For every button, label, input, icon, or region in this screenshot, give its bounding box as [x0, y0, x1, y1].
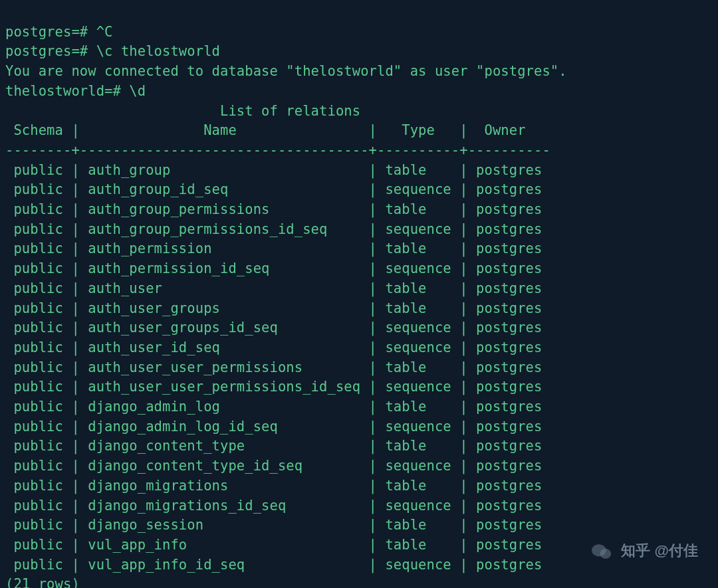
command-describe: thelostworld=# \d [5, 83, 146, 99]
table-header-line: Schema | Name | Type | Owner [5, 122, 550, 138]
command-connect: postgres=# \c thelostworld [5, 43, 220, 59]
terminal-output[interactable]: postgres=# ^C postgres=# \c thelostworld… [0, 0, 718, 588]
prompt-line: postgres=# ^C [5, 24, 113, 40]
table-footer: (21 rows) [5, 576, 80, 588]
table-rows: public | auth_group | table | postgres p… [5, 162, 542, 573]
connect-message: You are now connected to database "thelo… [5, 63, 567, 79]
table-title-line: List of relations [5, 103, 584, 119]
table-separator-line: --------+-------------------------------… [5, 142, 550, 158]
